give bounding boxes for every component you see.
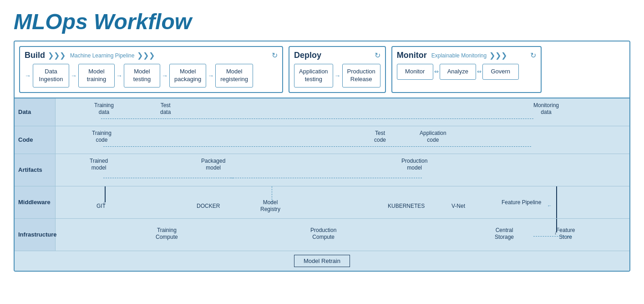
artifacts-dashed-1 (103, 178, 231, 178)
arrow-feature-left: ← (547, 203, 552, 208)
data-row-content: Trainingdata Testdata Monitoringdata (56, 98, 629, 126)
infrastructure-row: Infrastructure TrainingCompute Productio… (15, 219, 629, 251)
deploy-box-1: Applicationtesting (294, 64, 333, 88)
retrain-row: Model Retrain (15, 251, 629, 271)
arrow-3: → (160, 72, 169, 79)
artifacts-dashed-2 (231, 178, 422, 178)
build-box-5: Modelregistering (215, 64, 253, 88)
infrastructure-label: Infrastructure (15, 219, 56, 251)
build-box-1: DataIngestion (33, 64, 69, 88)
item-training-compute: TrainingCompute (156, 227, 178, 241)
item-production-compute: ProductionCompute (310, 227, 336, 241)
item-test-data: Testdata (160, 102, 171, 116)
deploy-box-2: ProductionRelease (342, 64, 380, 88)
item-docker: DOCKER (197, 203, 220, 210)
monitor-box-3: Govern (482, 64, 519, 80)
retrain-box: Model Retrain (294, 255, 350, 267)
solid-vert-monitoring (556, 186, 557, 218)
item-training-code: Trainingcode (92, 130, 112, 144)
code-dashed-line (103, 146, 531, 147)
item-monitoring-data: Monitoringdata (533, 102, 559, 116)
monitor-arrow-1: ⇔ (433, 68, 440, 75)
page-title: MLOps Workflow (14, 9, 630, 34)
pipeline-row: Build ❯❯❯ Machine Learning Pipeline ❯❯❯ … (15, 41, 629, 98)
item-packaged-model: Packagedmodel (201, 158, 225, 172)
item-production-model: Productionmodel (401, 158, 427, 172)
build-pipeline-boxes: → DataIngestion → Modeltraining → Modelt… (25, 64, 278, 88)
build-refresh-icon: ↻ (272, 51, 278, 60)
middleware-row: Middleware ↓ GIT DOCKER ModelRegistry KU… (15, 186, 629, 219)
monitor-section: Monitor Explainable Monitoring ❯❯❯ ↻ Mon… (391, 46, 542, 93)
middleware-row-content: ↓ GIT DOCKER ModelRegistry KUBERNETES V-… (56, 186, 629, 218)
arrow-central-storage: ↓ (554, 230, 557, 235)
monitor-sublabel: Explainable Monitoring (431, 52, 487, 59)
infra-dashed-cs-fs (533, 236, 570, 237)
build-box-4: Modelpackaging (169, 64, 206, 88)
mlops-diagram: Build ❯❯❯ Machine Learning Pipeline ❯❯❯ … (14, 41, 630, 272)
build-chevrons-left: ❯❯❯ (48, 51, 66, 60)
data-table: Data Trainingdata Testdata Monitoringdat… (15, 98, 629, 251)
data-label: Data (15, 98, 56, 126)
code-label: Code (15, 126, 56, 154)
data-dashed-line (101, 119, 533, 119)
artifacts-label: Artifacts (15, 154, 56, 186)
deploy-pipeline-boxes: Applicationtesting → ProductionRelease (294, 64, 380, 88)
build-section: Build ❯❯❯ Machine Learning Pipeline ❯❯❯ … (19, 46, 283, 93)
item-trained-model: Trainedmodel (90, 158, 108, 172)
item-vnet: V-Net (451, 203, 465, 210)
item-feature-pipeline: Feature Pipeline (502, 199, 541, 206)
build-box-3: Modeltesting (124, 64, 160, 88)
arrow-4: → (206, 72, 215, 79)
entry-arrow: → (25, 72, 31, 79)
deploy-arrow: → (333, 72, 342, 79)
monitor-box-2: Analyze (440, 64, 476, 80)
arrow-feature-store: → (568, 233, 573, 239)
item-training-data: Trainingdata (94, 102, 114, 116)
code-row-content: Trainingcode Testcode Applicationcode (56, 126, 629, 154)
code-row: Code Trainingcode Testcode Applicationco… (15, 126, 629, 154)
monitor-pipeline-boxes: Monitor ⇔ Analyze ⇔ Govern (397, 64, 536, 80)
item-kubernetes: KUBERNETES (388, 203, 425, 210)
item-model-registry: ModelRegistry (260, 199, 280, 213)
monitor-title: Monitor (397, 51, 427, 60)
artifacts-row: Artifacts Trainedmodel Packagedmodel Pro… (15, 154, 629, 186)
build-box-2: Modeltraining (78, 64, 115, 88)
deploy-section: Deploy ↻ Applicationtesting → Production… (289, 46, 386, 93)
infra-row-content: TrainingCompute ProductionCompute Centra… (56, 219, 629, 251)
monitor-box-1: Monitor (397, 64, 433, 80)
deploy-title: Deploy (294, 51, 321, 60)
item-test-code: Testcode (374, 130, 386, 144)
build-chevrons-right: ❯❯❯ (137, 51, 155, 60)
build-title: Build (25, 51, 45, 60)
item-central-storage: CentralStorage (495, 227, 514, 241)
middleware-label: Middleware (15, 186, 56, 218)
build-pipeline-label: Machine Learning Pipeline (70, 52, 134, 59)
arrow-2: → (115, 72, 124, 79)
middleware-vert-dashed (272, 186, 272, 202)
item-application-code: Applicationcode (420, 130, 446, 144)
monitor-arrow-2: ⇔ (476, 68, 482, 75)
artifacts-row-content: Trainedmodel Packagedmodel Productionmod… (56, 154, 629, 186)
monitor-chevrons: ❯❯❯ (489, 51, 507, 60)
deploy-refresh-icon: ↻ (375, 51, 380, 60)
arrow-1: → (69, 72, 78, 79)
monitor-refresh-icon: ↻ (530, 51, 536, 60)
data-row: Data Trainingdata Testdata Monitoringdat… (15, 98, 629, 126)
item-git: GIT (96, 203, 106, 210)
